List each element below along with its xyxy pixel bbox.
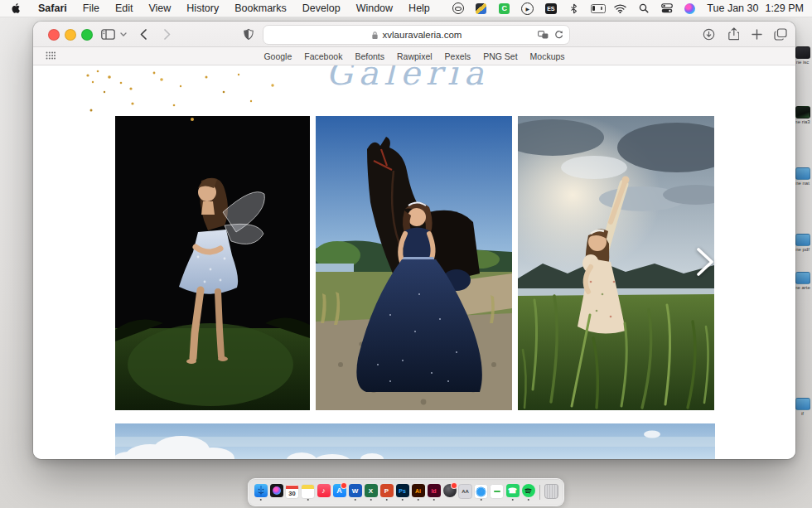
- dock-siri-icon[interactable]: [269, 484, 283, 501]
- downloads-icon[interactable]: [701, 25, 716, 43]
- dock-whatsapp-icon[interactable]: ☎: [505, 484, 520, 501]
- menu-view[interactable]: View: [148, 2, 171, 14]
- bookmark-mockups[interactable]: Mockups: [530, 51, 565, 61]
- dock-trash-icon[interactable]: [544, 484, 558, 501]
- url-text: xvlauravaleria.com: [383, 30, 462, 40]
- gallery-title: Galeria: [33, 65, 789, 92]
- control-center-icon[interactable]: [660, 2, 673, 15]
- green-c-app-icon[interactable]: C: [498, 2, 510, 15]
- gallery-photo-fairy[interactable]: [115, 116, 310, 410]
- bookmark-pexels[interactable]: Pexels: [445, 51, 471, 61]
- dock-safari-icon[interactable]: [474, 484, 488, 501]
- tab-overview-icon[interactable]: [772, 25, 789, 43]
- dark-flag-app-icon[interactable]: [475, 2, 487, 15]
- dock-powerpoint-icon[interactable]: P: [379, 484, 394, 501]
- apple-logo-icon[interactable]: [10, 2, 22, 15]
- menu-bar: Safari File Edit View History Bookmarks …: [0, 0, 812, 17]
- menu-time[interactable]: 1:29 PM: [765, 2, 804, 14]
- dock-photoshop-icon[interactable]: Ps: [395, 484, 409, 501]
- menu-edit[interactable]: Edit: [115, 2, 133, 14]
- desktop-file[interactable]: ne pdf: [794, 234, 811, 253]
- bookmark-rawpixel[interactable]: Rawpixel: [397, 51, 433, 61]
- share-icon[interactable]: [726, 25, 741, 43]
- wifi-icon[interactable]: [614, 2, 626, 15]
- dock-camera-lens-app-icon[interactable]: [442, 484, 457, 501]
- menu-help[interactable]: Help: [408, 2, 430, 14]
- dock-calendar-icon[interactable]: 30: [285, 484, 299, 501]
- menu-bookmarks[interactable]: Bookmarks: [234, 2, 287, 14]
- battery-icon[interactable]: [591, 2, 603, 15]
- dock-finder-icon[interactable]: [254, 484, 268, 501]
- bookmark-pngset[interactable]: PNG Set: [483, 51, 517, 61]
- input-source-icon[interactable]: ES: [544, 2, 557, 15]
- gallery-photo-horse[interactable]: [316, 116, 512, 410]
- forward-button[interactable]: [162, 25, 173, 43]
- bookmarks-grid-icon[interactable]: [46, 51, 56, 61]
- menu-date[interactable]: Tue Jan 30: [707, 2, 758, 14]
- dock-illustrator-icon[interactable]: Ai: [411, 484, 425, 501]
- bottom-sky-photo[interactable]: [115, 423, 715, 459]
- sidebar-toggle-icon[interactable]: [99, 25, 116, 43]
- desktop-file[interactable]: ne arte: [794, 272, 811, 291]
- desktop-file[interactable]: ne nat: [794, 167, 811, 186]
- bookmark-google[interactable]: Google: [263, 51, 292, 61]
- safari-toolbar: xvlauravaleria.com: [33, 22, 795, 47]
- desktop-file[interactable]: ne ria3: [794, 106, 811, 125]
- reload-icon[interactable]: [554, 30, 563, 40]
- photo-gallery: [115, 116, 715, 410]
- safari-window: xvlauravaleria.com: [33, 22, 795, 459]
- translate-icon[interactable]: [538, 31, 549, 39]
- desktop-files: ne isc ne ria3 ne nat ne pdf ne arte if: [793, 46, 812, 477]
- address-bar[interactable]: xvlauravaleria.com: [263, 25, 570, 45]
- menu-file[interactable]: File: [83, 2, 99, 14]
- dock-spotify-icon[interactable]: [521, 484, 535, 501]
- menu-app-name[interactable]: Safari: [38, 2, 67, 14]
- back-button[interactable]: [138, 25, 149, 43]
- page-header: Galeria: [33, 65, 795, 116]
- spotlight-icon[interactable]: [637, 2, 650, 15]
- dock: 30 ♪ A W X P Ps Ai Id AA ☎: [248, 478, 564, 506]
- desktop-file[interactable]: if: [794, 398, 811, 417]
- dock-word-icon[interactable]: W: [348, 484, 362, 501]
- dock-notes-icon[interactable]: [301, 484, 315, 501]
- dock-fonts-app-icon[interactable]: AA: [458, 484, 472, 501]
- dock-divider: [539, 485, 540, 500]
- privacy-shield-icon[interactable]: [242, 25, 255, 43]
- bluetooth-icon[interactable]: [568, 2, 580, 15]
- bookmark-facebook[interactable]: Facebook: [304, 51, 342, 61]
- play-circle-icon[interactable]: ▶: [521, 2, 534, 15]
- minimize-window-button[interactable]: [65, 29, 76, 41]
- desktop-file[interactable]: ne isc: [794, 46, 811, 65]
- gallery-next-button[interactable]: [694, 247, 716, 277]
- new-tab-icon[interactable]: [749, 25, 764, 43]
- menu-window[interactable]: Window: [356, 2, 393, 14]
- lock-icon: [371, 31, 379, 40]
- siri-icon[interactable]: [684, 2, 696, 15]
- dock-music-icon[interactable]: ♪: [317, 484, 331, 501]
- dock-indesign-icon[interactable]: Id: [427, 484, 441, 501]
- desktop: Safari File Edit View History Bookmarks …: [0, 0, 812, 508]
- bookmark-befonts[interactable]: Befonts: [355, 51, 384, 61]
- dock-appstore-icon[interactable]: A: [332, 484, 346, 501]
- bookmarks-bar: Google Facebook Befonts Rawpixel Pexels …: [33, 47, 795, 65]
- menu-develop[interactable]: Develop: [302, 2, 341, 14]
- sidebar-chevron-down-icon[interactable]: [119, 25, 128, 43]
- menu-history[interactable]: History: [186, 2, 219, 14]
- zoom-window-button[interactable]: [81, 29, 93, 41]
- webpage-content: Galeria: [33, 65, 795, 459]
- close-window-button[interactable]: [48, 29, 60, 41]
- dock-excel-icon[interactable]: X: [364, 484, 378, 501]
- gallery-photo-sky[interactable]: [518, 116, 714, 410]
- creative-cloud-icon[interactable]: [452, 2, 464, 15]
- dock-white-pill-app-icon[interactable]: [490, 484, 504, 501]
